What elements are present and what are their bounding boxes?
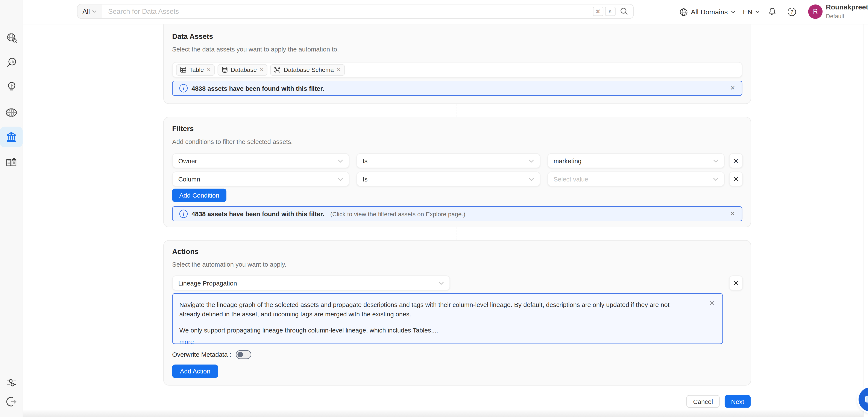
sidebar-item-insights[interactable] (0, 77, 23, 97)
chevron-down-icon (92, 10, 97, 13)
filter-field-select[interactable]: Column (172, 171, 349, 186)
scrollbar-track[interactable] (864, 24, 868, 417)
asset-tag-database-schema: Database Schema ✕ (271, 64, 345, 75)
user-name: Rounakpreet.d (826, 3, 868, 12)
chevron-down-icon (713, 159, 719, 162)
database-icon (221, 66, 228, 73)
bank-icon (5, 131, 18, 143)
data-assets-subtitle: Select the data assets you want to apply… (172, 46, 339, 53)
close-icon[interactable]: ✕ (730, 85, 735, 92)
avatar[interactable]: R (808, 4, 823, 19)
remove-tag-icon[interactable]: ✕ (259, 67, 264, 72)
command-keycap: ⌘ (593, 7, 603, 16)
global-search-bar: All ⌘ K (77, 4, 633, 19)
actions-card: Actions Select the automation you want t… (163, 240, 751, 385)
overwrite-metadata-toggle[interactable] (236, 350, 251, 359)
next-button[interactable]: Next (724, 395, 751, 408)
asset-tag-database: Database ✕ (217, 64, 268, 75)
notifications-button[interactable] (768, 0, 777, 24)
sidebar-item-govern[interactable] (0, 127, 23, 147)
filter-field-value: Owner (178, 157, 197, 164)
filter-operator-select[interactable]: Is (356, 153, 540, 168)
data-assets-title: Data Assets (172, 32, 213, 40)
chevron-down-icon (438, 281, 444, 284)
close-icon[interactable]: ✕ (730, 210, 735, 218)
action-select[interactable]: Lineage Propagation (172, 276, 450, 290)
remove-action-button[interactable]: ✕ (729, 276, 743, 290)
filters-card: Filters Add conditions to filter the sel… (163, 117, 751, 227)
filter-value-select[interactable]: marketing (548, 153, 724, 168)
left-sidebar (0, 0, 23, 417)
overwrite-metadata-row: Overwrite Metadata : (172, 350, 251, 359)
actions-title: Actions (172, 247, 198, 256)
asset-tag-label: Database Schema (284, 66, 334, 73)
globe-search-icon (5, 32, 18, 44)
globe-icon (679, 7, 688, 16)
sidebar-item-observability[interactable] (0, 53, 23, 72)
remove-tag-icon[interactable]: ✕ (207, 67, 211, 72)
automation-setup-page: All ⌘ K All Domains EN ? R Roun (0, 0, 868, 417)
action-description-p1: Navigate the lineage graph of the select… (180, 300, 672, 319)
filtered-assets-alert[interactable]: i 4838 assets have been found with this … (172, 206, 742, 221)
magnifier-chart-icon (5, 56, 18, 69)
chevron-down-icon (529, 178, 534, 181)
filter-value: marketing (554, 157, 582, 164)
add-action-button[interactable]: Add Action (172, 365, 218, 378)
remove-condition-button[interactable]: ✕ (729, 153, 743, 168)
filter-operator-value: Is (363, 176, 368, 182)
schema-icon (274, 66, 281, 73)
step-connector (457, 104, 457, 117)
user-info[interactable]: Rounakpreet.d Default (826, 3, 868, 22)
help-button[interactable]: ? (788, 0, 796, 24)
alert-text: 4838 assets have been found with this fi… (191, 211, 324, 217)
remove-condition-button[interactable]: ✕ (729, 171, 743, 186)
asset-tag-table: Table ✕ (176, 64, 215, 75)
action-select-value: Lineage Propagation (178, 280, 237, 286)
language-label: EN (743, 8, 752, 15)
data-assets-card: Data Assets Select the data assets you w… (163, 24, 751, 104)
asset-type-select[interactable]: Table ✕ Database ✕ Database Schema ✕ (172, 62, 742, 77)
table-icon (180, 66, 187, 73)
filter-field-select[interactable]: Owner (172, 153, 349, 168)
sliders-icon (5, 377, 18, 389)
add-condition-button[interactable]: Add Condition (172, 189, 226, 202)
asset-tag-label: Table (189, 66, 204, 73)
overwrite-metadata-label: Overwrite Metadata : (172, 351, 231, 358)
globe-icon (5, 106, 18, 119)
chat-bubble-icon (865, 393, 868, 406)
filters-title: Filters (172, 124, 194, 133)
alert-text: 4838 assets have been found with this fi… (191, 85, 324, 92)
avatar-initial: R (813, 8, 818, 15)
chevron-down-icon (713, 178, 719, 181)
assets-found-alert[interactable]: i 4838 assets have been found with this … (172, 81, 742, 96)
alert-hint: (Click to view the filtered assets on Ex… (330, 211, 465, 217)
sidebar-item-learn[interactable] (0, 152, 23, 172)
search-icon[interactable] (620, 7, 628, 15)
actions-subtitle: Select the automation you want to apply. (172, 261, 286, 268)
sidebar-item-explore[interactable] (0, 28, 23, 48)
remove-tag-icon[interactable]: ✕ (337, 67, 341, 72)
question-icon: ? (788, 8, 796, 16)
step-connector (457, 227, 457, 240)
user-workspace: Default (826, 12, 868, 20)
domains-selector[interactable]: All Domains (679, 0, 735, 24)
search-input[interactable] (102, 7, 593, 15)
sidebar-item-settings[interactable] (0, 373, 23, 393)
sidebar-item-domains[interactable] (0, 102, 23, 122)
k-keycap: K (605, 7, 616, 16)
domains-label: All Domains (691, 8, 728, 15)
filter-operator-select[interactable]: Is (356, 171, 540, 186)
sidebar-item-logout[interactable] (0, 392, 23, 412)
filter-value-select[interactable]: Select value (548, 171, 724, 186)
open-book-icon (5, 156, 18, 168)
search-scope-dropdown[interactable]: All (78, 4, 102, 18)
asset-tag-label: Database (231, 66, 257, 73)
lightbulb-icon (5, 81, 18, 93)
more-link[interactable]: more (180, 339, 194, 345)
cancel-button[interactable]: Cancel (686, 395, 720, 408)
filter-field-value: Column (178, 176, 200, 182)
language-selector[interactable]: EN (743, 0, 760, 24)
chat-widget-button[interactable] (859, 387, 868, 411)
close-icon[interactable]: ✕ (709, 299, 715, 307)
bottom-gradient-strip (0, 410, 868, 417)
